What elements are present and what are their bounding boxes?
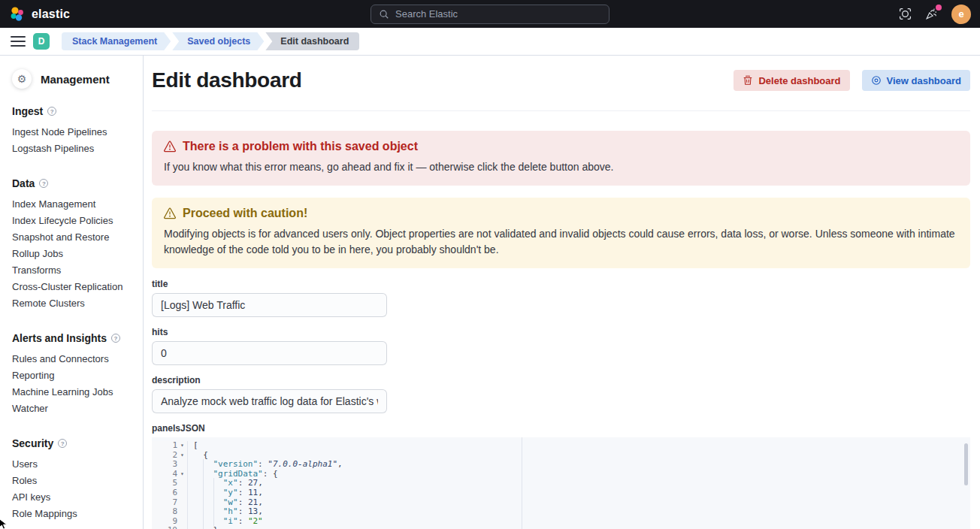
newsfeed-icon[interactable] xyxy=(925,8,938,20)
search-icon xyxy=(379,9,389,20)
editor-scrollbar[interactable] xyxy=(964,443,968,485)
error-callout-body: If you know what this error means, go ah… xyxy=(164,159,958,175)
warning-callout-body: Modifying objects is for advanced users … xyxy=(164,226,958,258)
code-line: 6 "y": 11, xyxy=(152,488,970,498)
sidebar-section-heading: Security? xyxy=(12,437,132,449)
sidebar-section-heading-label: Security xyxy=(12,437,53,449)
sidebar-section-heading-label: Alerts and Insights xyxy=(12,332,107,344)
sidebar-section: Alerts and Insights?Rules and Connectors… xyxy=(12,332,132,417)
code-line: 4▾ "gridData": { xyxy=(152,470,970,479)
delete-dashboard-button[interactable]: Delete dashboard xyxy=(733,70,849,91)
code-line: 9 "i": "2" xyxy=(152,517,970,527)
line-number: 6 xyxy=(172,488,177,498)
sidebar-item[interactable]: Transforms xyxy=(12,262,132,279)
management-sidebar: ⚙ Management Ingest?Ingest Node Pipeline… xyxy=(0,56,144,529)
gear-icon: ⚙ xyxy=(12,69,32,89)
sidebar-item[interactable]: API keys xyxy=(12,489,132,506)
description-field[interactable] xyxy=(152,389,387,413)
sidebar-section: Security?UsersRolesAPI keysRole Mappings xyxy=(12,437,132,522)
alert-icon xyxy=(164,207,176,219)
space-badge[interactable]: D xyxy=(33,33,50,50)
line-number: 10 xyxy=(168,526,177,529)
sidebar-section-heading: Data? xyxy=(12,177,132,189)
header-divider xyxy=(152,110,970,111)
sidebar-item[interactable]: Logstash Pipelines xyxy=(12,141,132,157)
menu-icon[interactable] xyxy=(11,36,26,47)
sidebar-section-heading-label: Ingest xyxy=(12,105,43,117)
breadcrumb-item[interactable]: Saved objects xyxy=(172,32,264,50)
help-icon[interactable] xyxy=(899,8,912,20)
trash-icon xyxy=(743,75,753,86)
line-number: 3 xyxy=(172,460,177,470)
error-callout: There is a problem with this saved objec… xyxy=(152,131,970,186)
fold-caret-icon[interactable]: ▾ xyxy=(177,451,187,461)
global-search-input[interactable]: Search Elastic xyxy=(371,5,609,24)
sidebar-item[interactable]: Snapshot and Restore xyxy=(12,229,132,246)
code-line: 7 "w": 21, xyxy=(152,498,970,508)
error-callout-title: There is a problem with this saved objec… xyxy=(183,140,418,153)
panelsjson-label: panelsJSON xyxy=(152,423,970,434)
code-line: 8 "h": 13, xyxy=(152,507,970,517)
page-title: Edit dashboard xyxy=(152,68,302,92)
mouse-cursor xyxy=(0,518,8,529)
alert-icon xyxy=(164,141,176,153)
sidebar-item[interactable]: Rules and Connectors xyxy=(12,351,132,367)
top-header-bar: elastic Search Elastic xyxy=(0,0,980,28)
sidebar-section-heading: Ingest? xyxy=(12,105,132,117)
section-help-icon[interactable]: ? xyxy=(39,179,48,188)
user-avatar[interactable]: e xyxy=(951,5,971,24)
breadcrumb-item[interactable]: Stack Management xyxy=(62,32,171,50)
notification-dot xyxy=(936,5,942,11)
sidebar-section: Data?Index ManagementIndex Lifecycle Pol… xyxy=(12,177,132,312)
breadcrumb: Stack ManagementSaved objectsEdit dashbo… xyxy=(62,32,359,50)
code-line: 1▾[ xyxy=(152,441,970,451)
logo-text: elastic xyxy=(32,8,70,21)
section-help-icon[interactable]: ? xyxy=(111,334,120,343)
title-label: title xyxy=(152,279,970,289)
breadcrumb-bar: D Stack ManagementSaved objectsEdit dash… xyxy=(0,28,980,56)
code-line: 10 }, xyxy=(152,526,970,529)
sidebar-title: Management xyxy=(41,73,110,86)
sidebar-item[interactable]: Index Lifecycle Policies xyxy=(12,213,132,229)
code-line: 5 "x": 27, xyxy=(152,479,970,488)
hits-field[interactable] xyxy=(152,341,387,365)
sidebar-item[interactable]: Reporting xyxy=(12,367,132,384)
warning-callout: Proceed with caution! Modifying objects … xyxy=(152,198,970,268)
sidebar-item[interactable]: Roles xyxy=(12,473,132,489)
sidebar-item[interactable]: Ingest Node Pipelines xyxy=(12,124,132,141)
sidebar-item[interactable]: Rollup Jobs xyxy=(12,246,132,262)
sidebar-item[interactable]: Users xyxy=(12,456,132,473)
kibana-app: elastic Search Elastic xyxy=(0,0,980,529)
warning-callout-title: Proceed with caution! xyxy=(183,207,307,220)
view-dashboard-button[interactable]: View dashboard xyxy=(862,70,970,91)
sidebar-section-heading: Alerts and Insights? xyxy=(12,332,132,344)
hits-label: hits xyxy=(152,327,970,337)
sidebar-section-heading-label: Data xyxy=(12,177,35,189)
sidebar-section: Ingest?Ingest Node PipelinesLogstash Pip… xyxy=(12,105,132,157)
sidebar-item[interactable]: Role Mappings xyxy=(12,506,132,522)
panelsjson-code-editor[interactable]: 1▾[2▾ {3 "version": "7.0.0-alpha1",4▾ "g… xyxy=(152,437,970,529)
sidebar-item[interactable]: Remote Clusters xyxy=(12,295,132,312)
elastic-logo-icon xyxy=(9,6,26,23)
line-number: 8 xyxy=(172,507,177,517)
sidebar-item[interactable]: Watcher xyxy=(12,401,132,417)
description-label: description xyxy=(152,375,970,385)
fold-caret-icon[interactable]: ▾ xyxy=(177,441,187,451)
section-help-icon[interactable]: ? xyxy=(58,439,67,448)
eye-icon xyxy=(871,75,882,86)
search-placeholder: Search Elastic xyxy=(395,8,458,20)
line-number: 1 xyxy=(172,441,177,451)
sidebar-item[interactable]: Cross-Cluster Replication xyxy=(12,279,132,295)
sidebar-item[interactable]: Machine Learning Jobs xyxy=(12,384,132,401)
main-content: Edit dashboard Delete dashboard View das… xyxy=(144,56,980,529)
sidebar-item[interactable]: Index Management xyxy=(12,196,132,213)
elastic-logo[interactable]: elastic xyxy=(9,6,70,23)
sidebar-header: ⚙ Management xyxy=(12,69,132,89)
breadcrumb-item: Edit dashboard xyxy=(265,32,359,50)
title-field[interactable] xyxy=(152,293,387,317)
fold-caret-icon[interactable]: ▾ xyxy=(177,470,187,479)
section-help-icon[interactable]: ? xyxy=(47,107,56,116)
